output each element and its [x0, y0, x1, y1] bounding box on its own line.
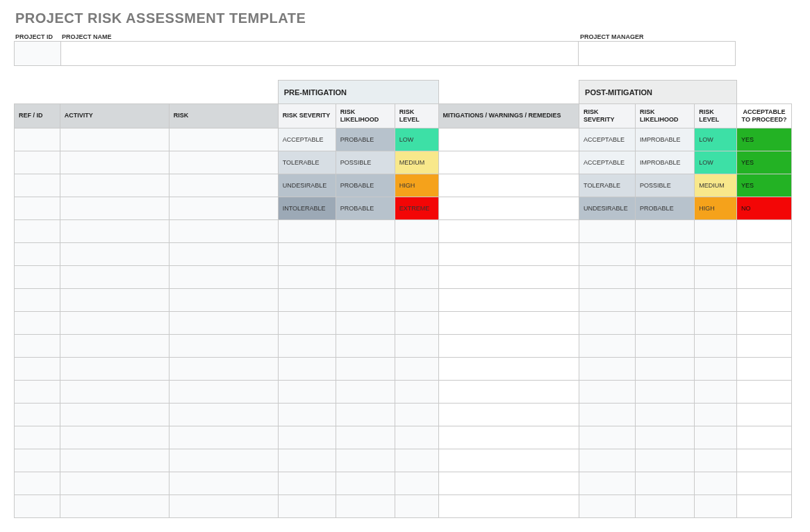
cell-acceptable[interactable] [736, 288, 791, 311]
cell-post-likelihood[interactable]: IMPROBABLE [636, 128, 695, 151]
cell-post-likelihood[interactable] [636, 403, 695, 426]
cell-ref[interactable] [15, 219, 60, 242]
cell-acceptable[interactable]: YES [736, 174, 791, 197]
cell-activity[interactable] [60, 174, 169, 197]
cell-pre-level[interactable]: HIGH [395, 174, 438, 197]
cell-ref[interactable] [15, 265, 60, 288]
cell-post-level[interactable] [695, 403, 737, 426]
cell-pre-level[interactable]: EXTREME [395, 197, 438, 219]
cell-post-likelihood[interactable] [636, 357, 695, 380]
cell-activity[interactable] [60, 426, 169, 449]
cell-pre-likelihood[interactable] [336, 219, 395, 242]
cell-post-level[interactable]: LOW [695, 151, 737, 174]
cell-activity[interactable] [60, 288, 169, 311]
cell-mitigations[interactable] [438, 403, 579, 426]
cell-acceptable[interactable] [736, 265, 791, 288]
cell-ref[interactable] [15, 380, 60, 403]
cell-pre-level[interactable] [395, 265, 438, 288]
cell-acceptable[interactable] [736, 449, 791, 472]
cell-pre-likelihood[interactable] [336, 288, 395, 311]
cell-mitigations[interactable] [438, 334, 579, 357]
cell-activity[interactable] [60, 494, 169, 517]
cell-ref[interactable] [15, 288, 60, 311]
cell-pre-likelihood[interactable] [336, 472, 395, 494]
cell-mitigations[interactable] [438, 472, 579, 494]
cell-post-level[interactable]: MEDIUM [695, 174, 737, 197]
cell-pre-level[interactable] [395, 472, 438, 494]
cell-ref[interactable] [15, 403, 60, 426]
cell-pre-level[interactable] [395, 242, 438, 265]
cell-post-severity[interactable] [579, 242, 636, 265]
cell-post-level[interactable] [695, 288, 737, 311]
cell-post-severity[interactable] [579, 494, 636, 517]
cell-post-level[interactable] [695, 357, 737, 380]
cell-risk[interactable] [169, 334, 278, 357]
cell-acceptable[interactable] [736, 242, 791, 265]
cell-pre-level[interactable] [395, 380, 438, 403]
cell-pre-severity[interactable] [278, 494, 336, 517]
cell-acceptable[interactable] [736, 380, 791, 403]
cell-mitigations[interactable] [438, 357, 579, 380]
cell-pre-likelihood[interactable] [336, 242, 395, 265]
cell-risk[interactable] [169, 265, 278, 288]
cell-post-likelihood[interactable] [636, 426, 695, 449]
cell-post-severity[interactable] [579, 357, 636, 380]
cell-post-severity[interactable] [579, 403, 636, 426]
cell-pre-severity[interactable] [278, 265, 336, 288]
cell-activity[interactable] [60, 197, 169, 219]
cell-acceptable[interactable]: NO [736, 197, 791, 219]
cell-activity[interactable] [60, 449, 169, 472]
cell-pre-likelihood[interactable] [336, 265, 395, 288]
cell-post-severity[interactable] [579, 311, 636, 334]
cell-post-level[interactable] [695, 219, 737, 242]
cell-ref[interactable] [15, 311, 60, 334]
cell-pre-likelihood[interactable] [336, 311, 395, 334]
cell-post-likelihood[interactable] [636, 380, 695, 403]
cell-risk[interactable] [169, 426, 278, 449]
cell-activity[interactable] [60, 311, 169, 334]
cell-risk[interactable] [169, 472, 278, 494]
cell-risk[interactable] [169, 494, 278, 517]
cell-activity[interactable] [60, 219, 169, 242]
cell-post-severity[interactable] [579, 449, 636, 472]
cell-post-level[interactable] [695, 472, 737, 494]
cell-pre-severity[interactable] [278, 242, 336, 265]
cell-pre-likelihood[interactable] [336, 494, 395, 517]
cell-post-likelihood[interactable] [636, 334, 695, 357]
cell-pre-likelihood[interactable] [336, 403, 395, 426]
cell-ref[interactable] [15, 242, 60, 265]
cell-post-level[interactable] [695, 265, 737, 288]
cell-mitigations[interactable] [438, 219, 579, 242]
cell-activity[interactable] [60, 403, 169, 426]
cell-acceptable[interactable] [736, 403, 791, 426]
cell-post-likelihood[interactable]: IMPROBABLE [636, 151, 695, 174]
cell-post-likelihood[interactable]: PROBABLE [636, 197, 695, 219]
cell-activity[interactable] [60, 334, 169, 357]
cell-pre-severity[interactable] [278, 334, 336, 357]
cell-post-severity[interactable] [579, 472, 636, 494]
cell-mitigations[interactable] [438, 311, 579, 334]
cell-pre-likelihood[interactable]: POSSIBLE [336, 151, 395, 174]
cell-acceptable[interactable] [736, 472, 791, 494]
cell-ref[interactable] [15, 151, 60, 174]
cell-pre-likelihood[interactable]: PROBABLE [336, 128, 395, 151]
cell-pre-likelihood[interactable]: PROBABLE [336, 197, 395, 219]
cell-mitigations[interactable] [438, 449, 579, 472]
cell-post-level[interactable] [695, 449, 737, 472]
cell-post-severity[interactable]: ACCEPTABLE [579, 151, 636, 174]
cell-risk[interactable] [169, 449, 278, 472]
cell-post-severity[interactable] [579, 288, 636, 311]
cell-mitigations[interactable] [438, 494, 579, 517]
cell-post-severity[interactable] [579, 334, 636, 357]
cell-pre-level[interactable] [395, 449, 438, 472]
cell-pre-level[interactable] [395, 357, 438, 380]
cell-pre-severity[interactable]: INTOLERABLE [278, 197, 336, 219]
cell-pre-level[interactable]: LOW [395, 128, 438, 151]
cell-pre-severity[interactable] [278, 472, 336, 494]
cell-post-likelihood[interactable] [636, 311, 695, 334]
cell-acceptable[interactable] [736, 334, 791, 357]
cell-pre-level[interactable] [395, 288, 438, 311]
cell-ref[interactable] [15, 494, 60, 517]
cell-ref[interactable] [15, 426, 60, 449]
cell-post-likelihood[interactable] [636, 265, 695, 288]
